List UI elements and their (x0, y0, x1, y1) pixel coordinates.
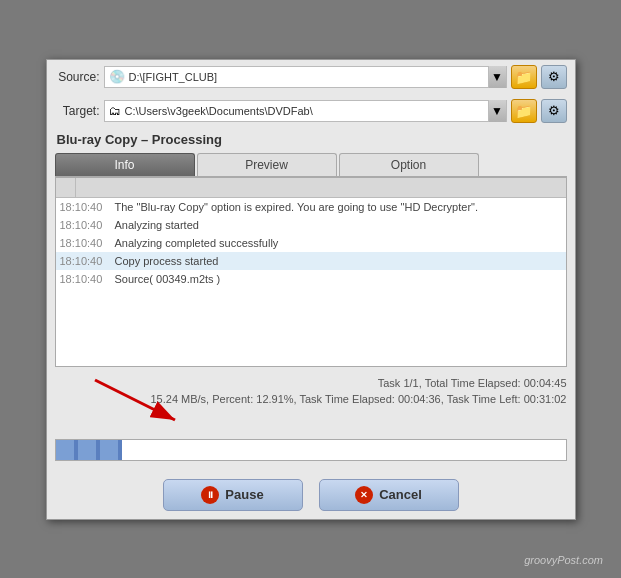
source-settings-button[interactable]: ⚙ (541, 65, 567, 89)
source-dropdown[interactable]: ▼ (488, 66, 506, 88)
log-header (56, 178, 566, 198)
pause-label: Pause (225, 487, 263, 502)
log-row: 18:10:40 Source( 00349.m2ts ) (56, 270, 566, 288)
log-time-4: 18:10:40 (60, 255, 115, 267)
button-row: ⏸ Pause ✕ Cancel (47, 471, 575, 519)
target-row: Target: 🗂 C:\Users\v3geek\Documents\DVDF… (47, 94, 575, 128)
target-folder-button[interactable]: 📁 (511, 99, 537, 123)
target-value: C:\Users\v3geek\Documents\DVDFab\ (125, 105, 484, 117)
cancel-icon: ✕ (355, 486, 373, 504)
source-disk-icon: 💿 (109, 69, 125, 84)
log-time-5: 18:10:40 (60, 273, 115, 285)
log-header-col2 (76, 178, 566, 197)
main-window: Source: 💿 D:\[FIGHT_CLUB] ▼ 📁 ⚙ Target: … (46, 59, 576, 520)
log-msg-2: Analyzing started (115, 219, 562, 231)
tab-bar: Info Preview Option (55, 153, 567, 177)
tab-option[interactable]: Option (339, 153, 479, 176)
source-row: Source: 💿 D:\[FIGHT_CLUB] ▼ 📁 ⚙ (47, 60, 575, 94)
log-time-2: 18:10:40 (60, 219, 115, 231)
pause-button[interactable]: ⏸ Pause (163, 479, 303, 511)
progress-section: Task 1/1, Total Time Elapsed: 00:04:45 1… (55, 375, 567, 435)
target-input[interactable]: 🗂 C:\Users\v3geek\Documents\DVDFab\ ▼ (104, 100, 507, 122)
source-folder-button[interactable]: 📁 (511, 65, 537, 89)
source-value: D:\[FIGHT_CLUB] (129, 71, 484, 83)
tab-preview[interactable]: Preview (197, 153, 337, 176)
log-row: 18:10:40 Analyzing started (56, 216, 566, 234)
section-title: Blu-ray Copy – Processing (47, 128, 575, 153)
target-settings-button[interactable]: ⚙ (541, 99, 567, 123)
svg-line-1 (95, 380, 175, 420)
log-msg-3: Analyzing completed successfully (115, 237, 562, 249)
target-dropdown[interactable]: ▼ (488, 100, 506, 122)
log-row: 18:10:40 Analyzing completed successfull… (56, 234, 566, 252)
source-label: Source: (55, 70, 100, 84)
watermark: groovyPost.com (524, 554, 603, 566)
tab-info[interactable]: Info (55, 153, 195, 176)
target-folder-icon: 🗂 (109, 104, 121, 118)
pause-icon: ⏸ (201, 486, 219, 504)
cancel-label: Cancel (379, 487, 422, 502)
log-time-3: 18:10:40 (60, 237, 115, 249)
log-header-col1 (56, 178, 76, 197)
log-msg-4: Copy process started (115, 255, 562, 267)
log-row-highlight: 18:10:40 Copy process started (56, 252, 566, 270)
cancel-button[interactable]: ✕ Cancel (319, 479, 459, 511)
log-msg-1: The "Blu-ray Copy" option is expired. Yo… (115, 201, 562, 213)
target-label: Target: (55, 104, 100, 118)
progress-bar-container (55, 439, 567, 461)
log-area: 18:10:40 The "Blu-ray Copy" option is ex… (55, 177, 567, 367)
progress-bar-fill (56, 440, 122, 460)
progress-arrow-icon (85, 375, 195, 430)
source-input[interactable]: 💿 D:\[FIGHT_CLUB] ▼ (104, 66, 507, 88)
log-row: 18:10:40 The "Blu-ray Copy" option is ex… (56, 198, 566, 216)
log-time-1: 18:10:40 (60, 201, 115, 213)
log-msg-5: Source( 00349.m2ts ) (115, 273, 562, 285)
